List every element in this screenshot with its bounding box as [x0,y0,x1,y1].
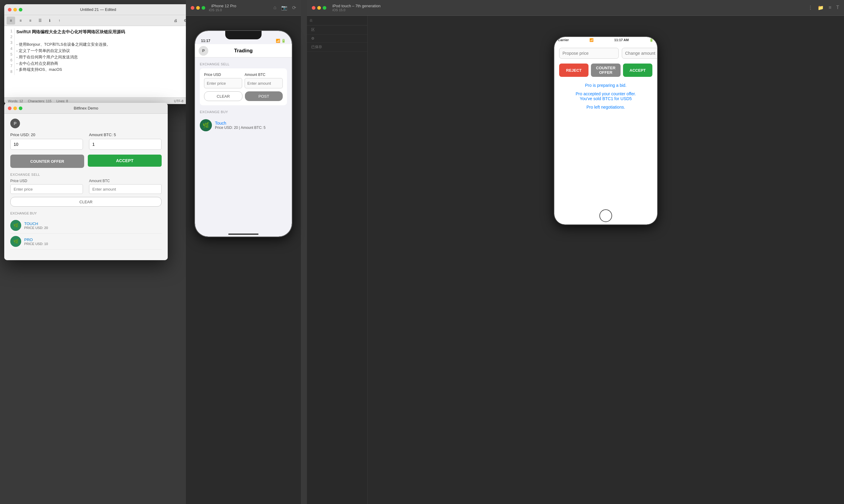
bitfinex-fullscreen[interactable] [19,107,22,110]
info-button[interactable]: ℹ [46,17,54,24]
list-item-pro[interactable]: 🌿 Pro Price USD: 10 [10,234,162,250]
ipod-status-bar: Carrier 📶 11:17 AM 🔋 [554,37,657,43]
amount-field: Amount BTC [245,73,283,88]
camera-icon[interactable]: 📷 [281,5,287,11]
ipod-accept-button[interactable]: ACCEPT [623,64,652,77]
iphone-sim-os: iOS 15.0 [209,8,236,12]
ipod-sim-close[interactable] [312,6,315,10]
ipod-list-icon[interactable]: ≡ [829,5,831,11]
editor-text-body[interactable]: SwiftUI 网络编程大全之去中心化对等网络区块链应用源码 - 使用Bonjo… [8,29,188,73]
close-button[interactable] [8,8,12,12]
price-input[interactable] [204,78,242,88]
price-field: Price USD [204,73,242,88]
ipod-device: Carrier 📶 11:17 AM 🔋 REJECT COUNTER OFFE… [554,37,657,224]
ipod-sim-traffic [312,6,326,10]
iphone-buy-item-touch[interactable]: 🌿 Touch Price USD: 20 | Amount BTC: 5 [200,116,287,134]
back-button[interactable]: P [198,46,208,56]
ipod-home-button[interactable] [599,209,612,222]
propose-price-input[interactable] [559,48,619,59]
sell-price-label: Price USD [10,179,83,183]
exchange-sell-card: Price USD Amount BTC CLEAR POST [200,68,287,105]
text-editor-window: Untitled 21 — Edited ≡ ≡ ≡ ☰ ℹ ↑ 🖨 ⚙ 123… [4,4,192,104]
xcode-panel-header: 去 [307,16,367,25]
editor-title: Untitled 21 — Edited [80,7,116,12]
editor-line-1: SwiftUI 网络编程大全之去中心化对等网络区块链应用源码 [8,29,188,35]
clear-button[interactable]: CLEAR [10,197,162,206]
iphone-sim-close[interactable] [191,6,194,10]
reject-button[interactable]: REJECT [559,64,588,77]
iphone-screen: 11:17 📶 🔋 P Trading EXCHANGE SELL Price … [195,31,292,237]
print-button[interactable]: 🖨 [171,17,180,24]
iphone-simulator: iPhone 12 Pro iOS 15.0 ⌂ 📷 ⟳ 11:17 📶 🔋 P… [186,0,301,504]
bitfinex-titlebar: Bitfinex Demo [4,103,168,114]
sell-amount-field: Amount BTC [89,179,162,194]
bitfinex-close[interactable] [8,107,12,110]
ipod-message-3: Pro left negotiations. [559,105,652,109]
exchange-sell-actions: CLEAR [10,197,162,206]
bitfinex-traffic-lights [8,107,22,110]
xcode-panel-item-1[interactable]: 区 [307,25,367,35]
price-field-label: Price USD [204,73,242,77]
home-icon[interactable]: ⌂ [274,5,276,11]
ipod-folder-icon[interactable]: 📁 [817,5,824,11]
rotate-icon[interactable]: ⟳ [292,5,296,11]
counter-offer-button[interactable]: COUNTER OFFER [10,155,84,168]
ipod-more-icon[interactable]: ⋮ [808,5,813,11]
bitfinex-actions: COUNTER OFFER ACCEPT [10,155,162,168]
exchange-sell-label: EXCHANGE SELL [10,173,162,176]
ipod-device-name: iPod touch – 7th generation [332,4,381,8]
bitfinex-avatar: P [10,119,20,128]
list-button[interactable]: ☰ [36,17,44,24]
pro-item-text: Pro Price USD: 10 [24,237,48,246]
xcode-panel-item-2[interactable]: ⚙ [307,35,367,43]
bitfinex-price-group: Price USD: 20 [10,132,83,150]
bitfinex-price-input[interactable] [10,139,83,150]
propose-inputs-row [559,48,652,59]
exchange-sell-fields: Price USD Amount BTC [10,179,162,194]
ipod-sim-fullscreen[interactable] [323,6,326,10]
sell-price-input[interactable] [10,184,83,194]
amount-input[interactable] [245,78,283,88]
ipod-message-2: Pro accepted your counter offer.You've s… [559,91,652,101]
accept-button[interactable]: ACCEPT [88,155,162,167]
sell-amount-label: Amount BTC [89,179,162,183]
minimize-button[interactable] [13,8,17,12]
ipod-counter-offer-button[interactable]: COUNTER OFFER [591,64,620,77]
editor-titlebar: Untitled 21 — Edited [4,4,192,15]
bitfinex-price-amount-header: Price USD: 20 Amount BTC: 5 [10,132,162,150]
fullscreen-button[interactable] [19,8,22,12]
ipod-carrier: Carrier [558,38,569,42]
iphone-device: 11:17 📶 🔋 P Trading EXCHANGE SELL Price … [195,31,292,237]
pro-avatar: 🌿 [10,236,21,247]
ipod-screen: Carrier 📶 11:17 AM 🔋 REJECT COUNTER OFFE… [554,37,657,224]
exchange-sell-section-label: EXCHANGE SELL [200,62,287,66]
export-button[interactable]: ↑ [55,17,64,24]
iphone-sim-fullscreen[interactable] [201,6,205,10]
editor-line-6: - 去中心点对点交易协商 [8,60,188,67]
list-item-touch[interactable]: 🌿 Touch Price USD: 20 [10,217,162,234]
iphone-clear-button[interactable]: CLEAR [204,91,243,101]
iphone-nav-title: Trading [234,48,252,54]
amount-field-label: Amount BTC [245,73,283,77]
change-amount-input[interactable] [622,48,657,59]
iphone-sim-minimize[interactable] [196,6,200,10]
ipod-text-icon[interactable]: T [836,5,839,11]
iphone-touch-text: Touch Price USD: 20 | Amount BTC: 5 [215,121,265,130]
xcode-panel-item-3[interactable]: 已保存 [307,43,367,52]
bitfinex-amount-input[interactable] [89,139,162,150]
iphone-nav: P Trading [195,44,292,57]
iphone-touch-name: Touch [215,121,265,126]
bitfinex-minimize[interactable] [13,107,17,110]
sell-amount-input[interactable] [89,184,162,194]
align-left-button[interactable]: ≡ [7,17,15,24]
iphone-sim-title-block: iPhone 12 Pro iOS 15.0 [209,4,236,12]
iphone-touch-avatar: 🌿 [200,119,212,131]
ipod-sim-minimize[interactable] [317,6,321,10]
align-center-button[interactable]: ≡ [16,17,25,24]
char-count: Characters: 115 [28,99,51,103]
touch-item-text: Touch Price USD: 20 [24,221,48,230]
exchange-buy-label: EXCHANGE BUY 🌿 Touch Price USD: 20 🌿 Pro… [10,212,162,250]
iphone-post-button[interactable]: POST [245,91,283,101]
align-right-button[interactable]: ≡ [26,17,35,24]
sell-price-field: Price USD [10,179,83,194]
